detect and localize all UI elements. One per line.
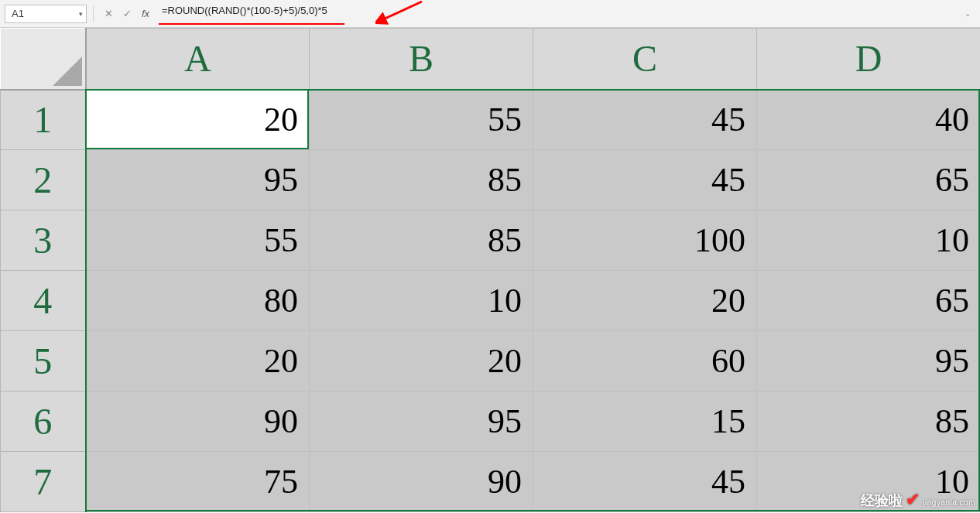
cell-A7[interactable]: 75 — [86, 452, 310, 512]
column-header-C[interactable]: C — [533, 29, 757, 90]
cell-B1[interactable]: 55 — [310, 90, 533, 150]
cell-D3[interactable]: 10 — [757, 210, 981, 271]
cell-A6[interactable]: 90 — [86, 392, 310, 452]
cell-D5[interactable]: 95 — [757, 331, 981, 392]
formula-input[interactable]: =ROUND((RAND()*(100-5)+5)/5,0)*5 — [159, 5, 344, 23]
cell-A4[interactable]: 80 — [86, 271, 310, 331]
cell-reference: A1 — [12, 8, 24, 19]
name-box[interactable]: A1 ▾ — [5, 5, 87, 23]
cell-D2[interactable]: 65 — [757, 150, 981, 210]
row-header-7[interactable]: 7 — [1, 452, 86, 512]
row-header-5[interactable]: 5 — [1, 331, 86, 392]
formula-input-wrap: =ROUND((RAND()*(100-5)+5)/5,0)*5 — [159, 5, 344, 23]
expand-formula-bar-icon[interactable]: ⌄ — [960, 6, 975, 22]
cell-A3[interactable]: 55 — [86, 210, 310, 271]
cell-A2[interactable]: 95 — [86, 150, 310, 210]
column-header-B[interactable]: B — [310, 29, 533, 90]
fx-icon[interactable]: fx — [140, 8, 151, 19]
cell-D7[interactable]: 10 — [757, 452, 981, 512]
spreadsheet-grid: A B C D 12055454029585456535585100104801… — [0, 28, 980, 513]
cell-B2[interactable]: 85 — [310, 150, 533, 210]
row-header-6[interactable]: 6 — [1, 392, 86, 452]
formula-bar: A1 ▾ ✕ ✓ fx =ROUND((RAND()*(100-5)+5)/5,… — [0, 0, 980, 28]
cell-C2[interactable]: 45 — [533, 150, 757, 210]
cell-B6[interactable]: 95 — [310, 392, 533, 452]
cell-C1[interactable]: 45 — [533, 90, 757, 150]
cell-D1[interactable]: 40 — [757, 90, 981, 150]
column-header-D[interactable]: D — [757, 29, 981, 90]
select-all-corner[interactable] — [1, 29, 86, 90]
cell-B3[interactable]: 85 — [310, 210, 533, 271]
svg-line-0 — [382, 2, 422, 20]
formula-buttons: ✕ ✓ fx — [100, 8, 154, 19]
row-header-4[interactable]: 4 — [1, 271, 86, 331]
cell-D6[interactable]: 85 — [757, 392, 981, 452]
annotation-arrow-icon — [375, 0, 430, 31]
grid-table: A B C D 12055454029585456535585100104801… — [0, 28, 980, 512]
cell-C6[interactable]: 15 — [533, 392, 757, 452]
cancel-icon[interactable]: ✕ — [103, 8, 114, 19]
enter-icon[interactable]: ✓ — [122, 8, 132, 19]
cell-C3[interactable]: 100 — [533, 210, 757, 271]
formula-underline — [159, 23, 344, 25]
cell-A1[interactable]: 20 — [86, 90, 310, 150]
name-box-dropdown-icon[interactable]: ▾ — [79, 10, 83, 18]
separator — [93, 6, 94, 22]
column-header-A[interactable]: A — [86, 29, 310, 90]
row-header-2[interactable]: 2 — [1, 150, 86, 210]
cell-B4[interactable]: 10 — [310, 271, 533, 331]
cell-B7[interactable]: 90 — [310, 452, 533, 512]
cell-C5[interactable]: 60 — [533, 331, 757, 392]
row-header-1[interactable]: 1 — [1, 90, 86, 150]
row-header-3[interactable]: 3 — [1, 210, 86, 271]
cell-C7[interactable]: 45 — [533, 452, 757, 512]
cell-D4[interactable]: 65 — [757, 271, 981, 331]
cell-C4[interactable]: 20 — [533, 271, 757, 331]
cell-A5[interactable]: 20 — [86, 331, 310, 392]
cell-B5[interactable]: 20 — [310, 331, 533, 392]
